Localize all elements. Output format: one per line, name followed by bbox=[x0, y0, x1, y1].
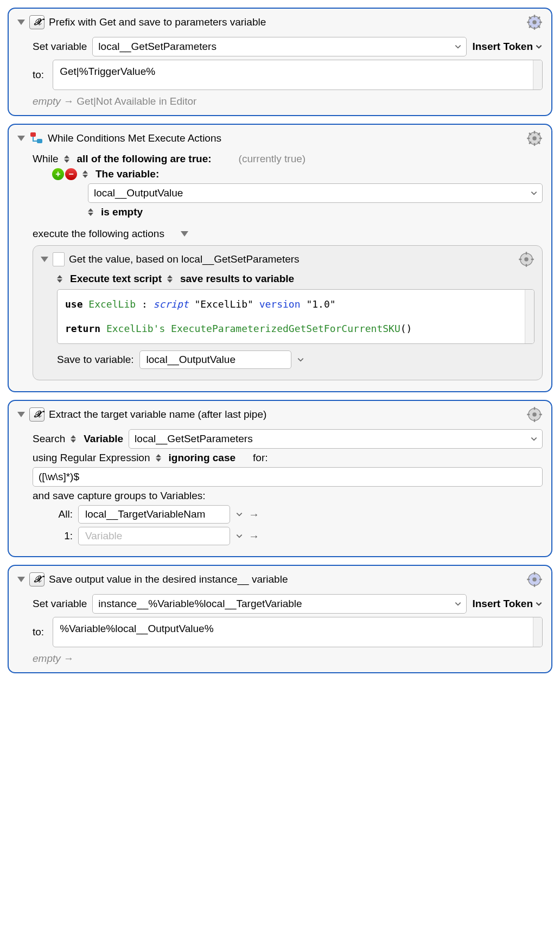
search-label: Search bbox=[33, 433, 65, 445]
gear-icon[interactable] bbox=[526, 571, 543, 588]
stepper[interactable] bbox=[71, 435, 78, 443]
set-variable-label: Set variable bbox=[33, 41, 87, 53]
save-to-input[interactable] bbox=[145, 353, 288, 366]
stepper[interactable] bbox=[82, 170, 90, 178]
disclosure-triangle-icon[interactable] bbox=[17, 136, 25, 141]
variable-word: Variable bbox=[84, 433, 123, 445]
empty-hint: empty → bbox=[33, 653, 543, 665]
execute-label: execute the following actions bbox=[33, 228, 164, 240]
all-label: All: bbox=[54, 508, 73, 520]
arrow-icon: → bbox=[249, 530, 259, 543]
chevron-down-icon bbox=[454, 43, 462, 50]
stepper[interactable] bbox=[156, 454, 163, 462]
while-label: While bbox=[33, 153, 59, 165]
svg-rect-11 bbox=[37, 139, 42, 143]
save-results-label: save results to variable bbox=[180, 273, 294, 285]
capture-1-input[interactable] bbox=[84, 530, 226, 543]
action-search-variable: 𝒳 Extract the target variable name (afte… bbox=[8, 400, 552, 557]
svg-rect-10 bbox=[30, 132, 36, 137]
variable-name-input[interactable] bbox=[97, 40, 454, 53]
using-regex-label: using Regular Expression bbox=[33, 452, 150, 464]
gear-icon[interactable] bbox=[526, 14, 543, 30]
capture-1-combo[interactable] bbox=[78, 527, 230, 545]
action-title: While Conditions Met Execute Actions bbox=[48, 132, 522, 144]
currently-true: (currently true) bbox=[239, 153, 306, 165]
variable-name-input[interactable] bbox=[97, 597, 454, 610]
svg-point-23 bbox=[524, 257, 529, 262]
to-label: to: bbox=[33, 617, 46, 647]
disclosure-triangle-icon[interactable] bbox=[41, 257, 48, 262]
chevron-down-icon bbox=[530, 189, 538, 197]
save-to-label: Save to variable: bbox=[57, 354, 134, 366]
empty-hint: empty → Get|Not Available in Editor bbox=[33, 95, 543, 107]
chevron-down-icon bbox=[454, 600, 462, 608]
chevron-down-icon bbox=[535, 43, 543, 50]
value-textarea[interactable]: Get|%TriggerValue% bbox=[53, 60, 543, 90]
flow-icon bbox=[29, 131, 43, 145]
search-variable-input[interactable] bbox=[133, 432, 530, 445]
svg-point-35 bbox=[532, 577, 537, 582]
the-variable-label: The variable: bbox=[96, 168, 159, 180]
is-empty-label: is empty bbox=[101, 206, 143, 218]
insert-token-button[interactable]: Insert Token bbox=[472, 598, 543, 610]
gear-icon[interactable] bbox=[518, 251, 534, 267]
disclosure-triangle-icon[interactable] bbox=[181, 231, 188, 237]
disclosure-triangle-icon[interactable] bbox=[17, 577, 25, 582]
svg-point-29 bbox=[532, 412, 537, 417]
disclosure-triangle-icon[interactable] bbox=[17, 412, 25, 417]
condition-variable-combo[interactable] bbox=[88, 183, 543, 203]
chevron-down-icon[interactable] bbox=[236, 511, 243, 518]
save-captures-label: and save capture groups to Variables: bbox=[33, 490, 206, 502]
chevron-down-icon bbox=[530, 435, 538, 443]
insert-token-button[interactable]: Insert Token bbox=[472, 41, 543, 53]
variable-icon: 𝒳 bbox=[29, 15, 44, 29]
nested-title: Get the value, based on local__GetSetPar… bbox=[69, 253, 514, 265]
variable-name-combo[interactable] bbox=[92, 37, 467, 56]
capture-all-input[interactable] bbox=[84, 508, 226, 521]
add-condition-button[interactable]: + bbox=[52, 168, 64, 180]
action-title: Save output value in the desired instanc… bbox=[49, 573, 522, 585]
execute-script-label: Execute text script bbox=[70, 273, 162, 285]
svg-point-13 bbox=[532, 136, 537, 141]
variable-name-combo[interactable] bbox=[92, 594, 467, 614]
save-to-combo[interactable] bbox=[139, 350, 291, 369]
one-label: 1: bbox=[54, 530, 73, 542]
remove-condition-button[interactable]: − bbox=[65, 168, 77, 180]
stepper[interactable] bbox=[88, 208, 96, 216]
stepper[interactable] bbox=[167, 275, 175, 283]
set-variable-label: Set variable bbox=[33, 598, 87, 610]
action-while: While Conditions Met Execute Actions Whi… bbox=[8, 124, 552, 392]
nested-action-script: Get the value, based on local__GetSetPar… bbox=[33, 245, 543, 380]
value-textarea[interactable]: %Variable%local__OutputValue% bbox=[53, 617, 543, 647]
condition-variable-input[interactable] bbox=[93, 187, 530, 200]
action-set-variable-2: 𝒳 Save output value in the desired insta… bbox=[8, 565, 552, 673]
script-textarea[interactable]: use ExcelLib : script "ExcelLib" version… bbox=[57, 289, 534, 344]
action-title: Extract the target variable name (after … bbox=[49, 409, 522, 420]
chevron-down-icon[interactable] bbox=[297, 356, 304, 364]
action-set-variable-1: 𝒳 Prefix with Get and save to parameters… bbox=[8, 8, 552, 116]
disclosure-triangle-icon[interactable] bbox=[17, 20, 25, 25]
stepper[interactable] bbox=[64, 155, 72, 163]
regex-input[interactable] bbox=[37, 470, 538, 483]
arrow-icon: → bbox=[249, 508, 259, 521]
to-label: to: bbox=[33, 60, 46, 90]
capture-all-combo[interactable] bbox=[78, 505, 230, 524]
gear-icon[interactable] bbox=[526, 130, 543, 146]
chevron-down-icon bbox=[535, 600, 543, 608]
chevron-down-icon[interactable] bbox=[236, 532, 243, 540]
gear-icon[interactable] bbox=[526, 406, 543, 423]
stepper[interactable] bbox=[57, 275, 65, 283]
regex-input-wrap[interactable] bbox=[33, 467, 543, 487]
variable-icon: 𝒳 bbox=[29, 572, 44, 586]
search-variable-combo[interactable] bbox=[129, 429, 543, 449]
for-label: for: bbox=[253, 452, 268, 464]
script-icon bbox=[53, 252, 65, 266]
all-following: all of the following are true: bbox=[77, 153, 212, 165]
variable-icon: 𝒳 bbox=[29, 407, 44, 422]
ignoring-case: ignoring case bbox=[169, 452, 236, 464]
svg-point-1 bbox=[532, 20, 537, 24]
action-title: Prefix with Get and save to parameters v… bbox=[49, 16, 522, 28]
